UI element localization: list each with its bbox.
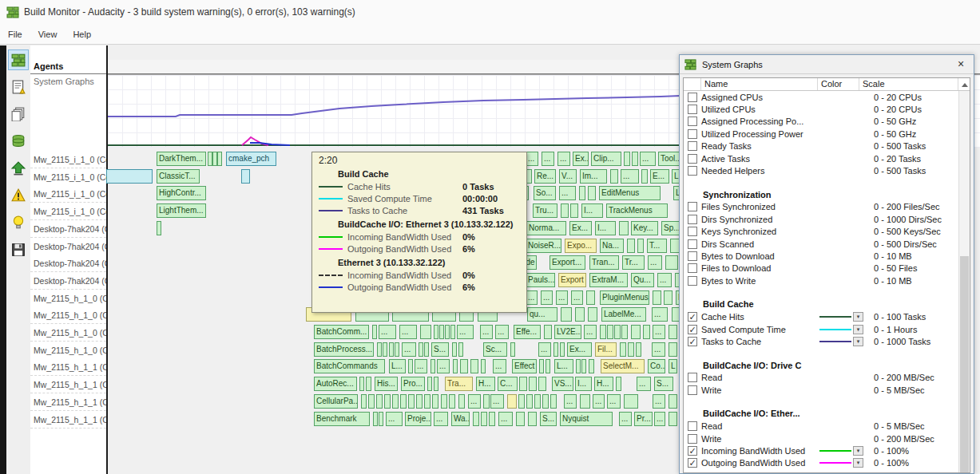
task-block[interactable]: S...: [540, 412, 557, 426]
task-block[interactable]: Re...: [534, 169, 556, 184]
color-column-header[interactable]: Color: [818, 78, 859, 90]
task-block[interactable]: ...: [559, 186, 576, 200]
task-block[interactable]: [372, 325, 377, 339]
task-block[interactable]: [458, 394, 465, 409]
task-block[interactable]: [400, 394, 407, 409]
task-block[interactable]: [458, 342, 463, 357]
task-block[interactable]: [581, 359, 586, 373]
graph-list-row[interactable]: Read0 - 5 MB/Sec: [684, 420, 958, 432]
task-block[interactable]: SelectM...: [601, 359, 645, 373]
task-block[interactable]: cmake_pch: [226, 152, 276, 166]
graph-checkbox[interactable]: [688, 93, 697, 102]
graph-list-row[interactable]: Assigned Processing Po...0 - 50 GHz: [684, 116, 958, 128]
task-block[interactable]: [576, 359, 581, 373]
task-block[interactable]: ...: [402, 342, 416, 357]
task-block[interactable]: ...: [498, 412, 513, 426]
task-block[interactable]: CellularPa...: [314, 394, 358, 409]
task-block[interactable]: ...: [437, 359, 450, 373]
task-block[interactable]: ...: [542, 152, 554, 166]
graph-checkbox[interactable]: [688, 251, 697, 261]
task-block[interactable]: [580, 394, 590, 409]
task-block[interactable]: [561, 203, 569, 218]
task-block[interactable]: Na...: [600, 239, 624, 253]
task-block[interactable]: [624, 394, 638, 409]
graph-checkbox[interactable]: [688, 154, 697, 164]
agent-row[interactable]: Desktop-7hak204 (C: [30, 238, 106, 255]
task-block[interactable]: ...: [557, 152, 570, 166]
graph-list-row[interactable]: Dirs Synchronized0 - 1000 Dirs/Sec: [684, 213, 958, 225]
task-block[interactable]: [452, 342, 457, 357]
task-block[interactable]: BatchCommands: [314, 359, 385, 373]
color-dropdown-button[interactable]: ▾: [853, 337, 863, 346]
menu-file[interactable]: File: [0, 26, 30, 42]
task-block[interactable]: PluginMenus: [600, 290, 649, 305]
task-block[interactable]: [637, 239, 644, 253]
output-icon[interactable]: [8, 158, 29, 179]
task-block[interactable]: [489, 412, 495, 426]
graph-checkbox[interactable]: [688, 373, 697, 382]
task-block[interactable]: [534, 394, 541, 409]
task-block[interactable]: Benchmark: [314, 412, 370, 426]
task-block[interactable]: T...: [647, 239, 667, 253]
task-block[interactable]: ...: [621, 169, 639, 184]
task-block[interactable]: LightThem...: [157, 203, 206, 218]
task-block[interactable]: [419, 342, 423, 357]
task-block[interactable]: [544, 325, 552, 339]
graph-list-row[interactable]: Bytes to Download0 - 10 MB: [684, 250, 958, 262]
graph-list-row[interactable]: Utilized Processing Power0 - 50 GHz: [684, 128, 958, 140]
task-block[interactable]: ...: [648, 255, 662, 270]
task-block[interactable]: L...: [389, 359, 406, 373]
graph-list-row[interactable]: ✓Incoming BandWidth Used▾0 - 100%: [684, 444, 958, 456]
task-block[interactable]: [481, 412, 487, 426]
graph-checkbox[interactable]: [688, 421, 697, 431]
task-block[interactable]: [383, 342, 387, 357]
task-block[interactable]: Clip...: [591, 152, 621, 166]
task-block[interactable]: S...: [654, 377, 673, 391]
task-block[interactable]: C...: [498, 377, 518, 391]
task-block[interactable]: ...: [652, 342, 665, 357]
task-block[interactable]: [607, 325, 613, 339]
task-block[interactable]: [416, 394, 423, 409]
task-block[interactable]: [434, 325, 438, 339]
task-block[interactable]: ...: [584, 325, 597, 339]
task-block[interactable]: [481, 359, 486, 373]
task-block[interactable]: [366, 377, 371, 391]
task-block[interactable]: [427, 377, 432, 391]
task-block[interactable]: [575, 307, 585, 322]
projects-icon[interactable]: [8, 104, 29, 124]
graph-list-row[interactable]: Write0 - 5 MB/Sec: [684, 384, 958, 396]
graph-checkbox[interactable]: [688, 263, 697, 273]
graph-checkbox[interactable]: [688, 385, 697, 395]
graph-list-row[interactable]: ✓Saved Compute Time▾0 - 1 Hours: [684, 323, 958, 335]
task-block[interactable]: BatchComm...: [314, 325, 369, 339]
task-block[interactable]: ...: [619, 412, 632, 426]
graph-checkbox[interactable]: [688, 215, 697, 224]
graph-list-row[interactable]: Dirs Scanned0 - 500 Dirs/Sec: [684, 238, 958, 250]
task-block[interactable]: qu...: [527, 307, 557, 322]
task-block[interactable]: Fil...: [595, 342, 617, 357]
agent-row[interactable]: Desktop-7hak204 (C: [30, 255, 106, 272]
task-block[interactable]: [510, 342, 515, 357]
tips-icon[interactable]: [8, 212, 29, 233]
task-block[interactable]: [217, 152, 222, 166]
task-block[interactable]: [432, 394, 438, 409]
task-block[interactable]: [614, 325, 621, 339]
task-block[interactable]: [669, 394, 677, 409]
task-block[interactable]: [624, 152, 630, 166]
task-block[interactable]: ...: [571, 290, 583, 305]
graph-list-row[interactable]: Needed Helpers0 - 500 Tasks: [684, 164, 958, 176]
agent-row[interactable]: Mw_2115_i_1_0 (Co: [30, 185, 106, 203]
agent-row[interactable]: Mw_2115_h_1_1 (C: [30, 411, 106, 429]
scroll-up-icon[interactable]: [958, 78, 970, 90]
name-column-header[interactable]: Name: [701, 78, 818, 90]
color-dropdown-button[interactable]: ▾: [853, 312, 863, 322]
task-block[interactable]: [453, 359, 458, 373]
warnings-icon[interactable]: [8, 185, 29, 206]
task-block[interactable]: AutoRec...: [314, 377, 357, 391]
graph-list-row[interactable]: Ready Tasks0 - 500 Tasks: [684, 140, 958, 152]
task-block[interactable]: Pr...: [634, 412, 653, 426]
task-block[interactable]: [518, 394, 525, 409]
task-block[interactable]: Ex...: [573, 152, 589, 166]
task-block[interactable]: V...: [559, 169, 577, 184]
graph-list-row[interactable]: Files Synchronized0 - 200 Files/Sec: [684, 201, 958, 213]
